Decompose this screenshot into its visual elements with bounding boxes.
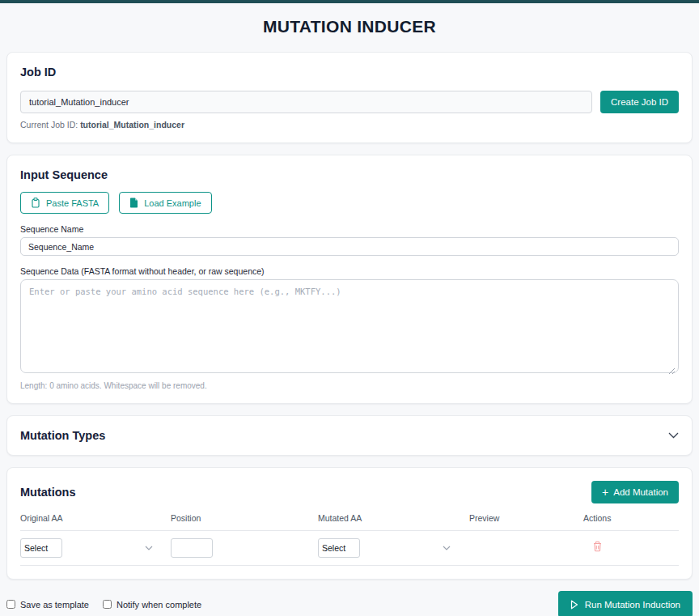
mutations-heading: Mutations: [20, 486, 75, 499]
length-note: Length: 0 amino acids. Whitespace will b…: [20, 381, 679, 390]
mutation-types-card[interactable]: Mutation Types: [6, 415, 693, 456]
footer-bar: Save as template Notify when complete Ru…: [6, 591, 693, 616]
trash-icon: [592, 541, 603, 552]
chevron-down-icon[interactable]: [443, 546, 451, 550]
mutations-table-header: Original AA Position Mutated AA Preview …: [20, 513, 679, 531]
col-preview: Preview: [469, 513, 583, 523]
add-mutation-button[interactable]: + Add Mutation: [591, 481, 679, 503]
mutation-types-heading: Mutation Types: [20, 429, 105, 442]
sequence-data-textarea[interactable]: [20, 279, 679, 373]
mutations-table: Original AA Position Mutated AA Preview …: [20, 513, 679, 566]
accent-topbar: [0, 0, 699, 3]
sequence-name-label: Sequence Name: [20, 224, 679, 234]
sequence-name-input[interactable]: [20, 237, 679, 256]
play-icon: [570, 600, 578, 610]
current-job-id-note: Current Job ID: tutorial_Mutation_induce…: [20, 120, 679, 130]
save-as-template-checkbox[interactable]: [6, 600, 15, 609]
notify-when-complete-label: Notify when complete: [116, 600, 201, 610]
col-actions: Actions: [583, 513, 679, 523]
clipboard-icon: [31, 198, 40, 208]
mutations-card: Mutations + Add Mutation Original AA Pos…: [6, 467, 693, 580]
notify-when-complete-checkbox[interactable]: [103, 600, 112, 609]
save-as-template-label: Save as template: [20, 600, 89, 610]
plus-icon: +: [602, 486, 608, 498]
sequence-data-label: Sequence Data (FASTA format without head…: [20, 266, 679, 276]
col-position: Position: [171, 513, 318, 523]
page-title: MUTATION INDUCER: [0, 17, 699, 36]
run-mutation-induction-button[interactable]: Run Mutation Induction: [558, 591, 693, 616]
chevron-down-icon[interactable]: [668, 432, 679, 439]
paste-fasta-label: Paste FASTA: [46, 198, 99, 208]
job-id-input[interactable]: [20, 91, 592, 113]
input-sequence-heading: Input Sequence: [20, 168, 679, 181]
load-example-label: Load Example: [144, 198, 201, 208]
input-sequence-card: Input Sequence Paste FASTA Load Example …: [6, 155, 693, 404]
original-aa-select[interactable]: Select: [20, 538, 62, 558]
chevron-down-icon[interactable]: [145, 546, 153, 550]
file-icon: [129, 198, 138, 208]
run-mutation-induction-label: Run Mutation Induction: [585, 600, 680, 610]
col-original-aa: Original AA: [20, 513, 171, 523]
mutated-aa-select[interactable]: Select: [318, 538, 360, 558]
job-id-heading: Job ID: [20, 66, 679, 79]
load-example-button[interactable]: Load Example: [119, 192, 211, 214]
job-id-card: Job ID Create Job ID Current Job ID: tut…: [6, 52, 693, 143]
current-job-id-label: Current Job ID:: [20, 120, 80, 130]
save-as-template-checkbox-item[interactable]: Save as template: [6, 600, 89, 610]
col-mutated-aa: Mutated AA: [318, 513, 469, 523]
notify-when-complete-checkbox-item[interactable]: Notify when complete: [103, 600, 201, 610]
create-job-id-button[interactable]: Create Job ID: [600, 91, 679, 113]
position-input[interactable]: [171, 538, 213, 558]
delete-mutation-button[interactable]: [592, 541, 603, 552]
mutation-row: Select Select: [20, 531, 679, 566]
current-job-id-value: tutorial_Mutation_inducer: [80, 120, 184, 130]
add-mutation-label: Add Mutation: [613, 487, 668, 497]
paste-fasta-button[interactable]: Paste FASTA: [20, 192, 109, 214]
